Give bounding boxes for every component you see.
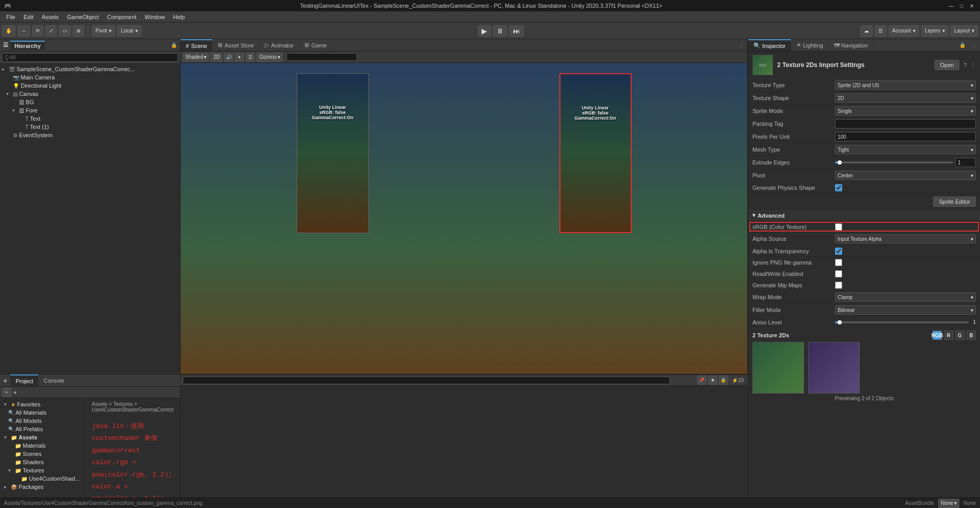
tab-lighting[interactable]: ☀ Lighting [791,39,829,51]
list-item[interactable]: T Text [0,114,180,123]
mode-2d-btn[interactable]: 2D [211,53,222,62]
services-btn[interactable]: ☰ [875,25,887,37]
list-item[interactable]: 🔍 All Models [2,417,85,425]
extrude-edges-input[interactable] [955,158,976,167]
ignore-png-checkbox[interactable] [835,259,842,266]
minimize-button[interactable]: — [947,2,955,10]
sprite-mode-dropdown[interactable]: Single ▾ [835,106,976,116]
close-button[interactable]: ✕ [968,2,976,10]
list-item[interactable]: 🔍 All Prefabs [2,425,85,433]
tab-asset-store[interactable]: ⊞ Asset Store [213,39,260,51]
channel-r-btn[interactable]: R [944,331,953,340]
menu-window[interactable]: Window [140,13,169,21]
transform-scale[interactable]: ⤢ [45,25,57,37]
tab-project[interactable]: Project [10,374,38,386]
open-button[interactable]: Open [935,60,960,70]
tab-navigation[interactable]: 🗺 Navigation [829,39,874,51]
list-item[interactable]: ▾ ▤ Canvas [0,90,180,98]
scene-search-input[interactable] [286,53,357,61]
bottom-lock-btn[interactable]: 🔒 [719,375,728,385]
list-item[interactable]: 🔍 All Materials [2,408,85,417]
extrude-slider[interactable] [835,161,953,163]
transform-move[interactable]: ↔ [18,25,30,37]
transform-rect[interactable]: ▭ [59,25,71,37]
menu-gameobject[interactable]: GameObject [63,13,103,21]
aniso-slider[interactable] [835,321,969,323]
list-item[interactable]: ⚙ EventSystem [0,131,180,139]
menu-edit[interactable]: Edit [20,13,38,21]
gizmos-dropdown[interactable]: Gizmos ▾ [256,53,283,62]
pause-button[interactable]: ⏸ [493,25,507,37]
channel-rgb-btn[interactable]: RGB [933,331,942,340]
tab-game[interactable]: ⊞ Game [299,39,332,51]
bottom-star-btn[interactable]: ★ [708,375,717,385]
srgb-checkbox[interactable] [835,223,842,231]
texture-type-dropdown[interactable]: Sprite (2D and UI) ▾ [835,80,976,90]
list-item[interactable]: 💡 Directional Light [0,81,180,90]
transform-rotate[interactable]: ⟳ [32,25,43,37]
hierarchy-search-input[interactable] [2,53,178,62]
advanced-section-header[interactable]: ▾ Advanced [748,210,980,221]
alpha-transparency-checkbox[interactable] [835,248,842,255]
sprite-editor-button[interactable]: Sprite Editor [933,196,976,207]
inspector-lock-icon[interactable]: 🔒 [956,39,969,51]
list-item[interactable]: 📁 Materials [2,441,85,450]
list-item[interactable]: 🖼 BG [0,98,180,106]
tab-animator[interactable]: ▷ Animator [260,39,299,51]
step-button[interactable]: ⏭ [509,25,524,37]
list-item[interactable]: 📷 Main Camera [0,73,180,81]
scene-options-btn[interactable]: ☰ [246,53,255,62]
tab-scene[interactable]: # Scene [181,39,213,51]
channel-b-btn[interactable]: B [967,331,976,340]
inspector-options-icon[interactable]: ⋮ [971,62,976,68]
pivot-dropdown-prop[interactable]: Center ▾ [835,171,976,180]
list-item[interactable]: 📁 Use4CustomShad... [2,474,85,483]
menu-assets[interactable]: Assets [38,13,63,21]
list-item[interactable]: ▾ 📁 Assets [2,433,85,441]
menu-help[interactable]: Help [169,13,189,21]
assetbundle-dropdown[interactable]: None ▾ [938,499,959,508]
pivot-dropdown[interactable]: Pivot ▾ [92,25,115,37]
layout-dropdown[interactable]: Layout ▾ [951,25,978,37]
transform-hand[interactable]: ✋ [2,25,15,37]
plus-button[interactable]: + [0,374,10,386]
packing-tag-input[interactable] [835,119,976,128]
menu-component[interactable]: Component [103,13,140,21]
read-write-checkbox[interactable] [835,270,842,277]
texture-shape-dropdown[interactable]: 2D ▾ [835,93,976,103]
fx-btn[interactable]: ✦ [235,53,244,62]
list-item[interactable]: ▾ ★ Favorites [2,400,85,408]
wrap-mode-dropdown[interactable]: Clamp ▾ [835,292,976,302]
local-dropdown[interactable]: Local ▾ [117,25,141,37]
tab-console[interactable]: Console [38,374,69,386]
tab-inspector[interactable]: 🔍 Inspector [748,39,791,51]
bottom-pin-btn[interactable]: 📌 [697,375,706,385]
audio-btn[interactable]: 🔊 [224,53,233,62]
list-item[interactable]: ▸ 🎬 SampleScene_CustomShaderGammaCorrec.… [0,65,180,73]
list-item[interactable]: 📁 Scenes [2,450,85,458]
list-item[interactable]: ▾ 🖼 Fore [0,106,180,114]
list-item[interactable]: ▸ 📦 Packages [2,483,85,491]
filter-mode-dropdown[interactable]: Bilinear ▾ [835,305,976,315]
list-item[interactable]: ▾ 📁 Textures [2,466,85,474]
pixels-per-unit-input[interactable] [835,132,976,141]
account-dropdown[interactable]: Account ▾ [889,25,919,37]
collab-btn[interactable]: ☁ [860,25,873,37]
alpha-source-dropdown[interactable]: Input Texture Alpha ▾ [835,234,976,243]
channel-g-btn[interactable]: G [955,331,965,340]
play-button[interactable]: ▶ [478,25,491,37]
layers-dropdown[interactable]: Layers ▾ [921,25,949,37]
project-plus-btn[interactable]: + [2,388,11,397]
list-item[interactable]: T Text (1) [0,123,180,131]
generate-mip-checkbox[interactable] [835,282,842,289]
mesh-type-dropdown[interactable]: Tight ▾ [835,145,976,154]
shading-dropdown[interactable]: Shaded ▾ [183,53,209,62]
inspector-menu-icon[interactable]: ⋮ [969,39,980,51]
generate-physics-checkbox[interactable] [835,184,842,191]
inspector-help-icon[interactable]: ? [963,62,967,68]
menu-file[interactable]: File [2,13,20,21]
transform-multi[interactable]: ⊕ [73,25,84,37]
list-item[interactable]: 📁 Shaders [2,458,85,466]
bottom-search-input[interactable] [183,376,670,384]
maximize-button[interactable]: □ [957,2,966,10]
